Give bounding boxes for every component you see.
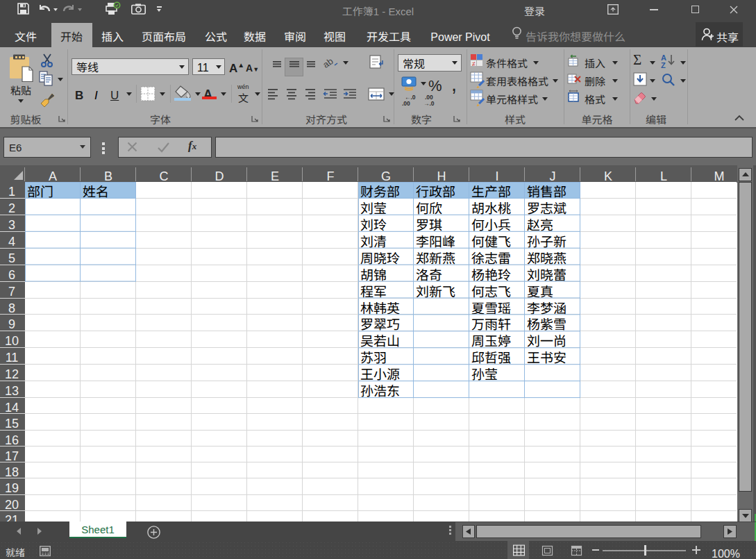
svg-text:Z: Z [661,59,666,70]
svg-text:.00: .00 [402,99,410,107]
svg-text:≠: ≠ [472,59,476,68]
svg-text:→.0: →.0 [423,99,435,107]
